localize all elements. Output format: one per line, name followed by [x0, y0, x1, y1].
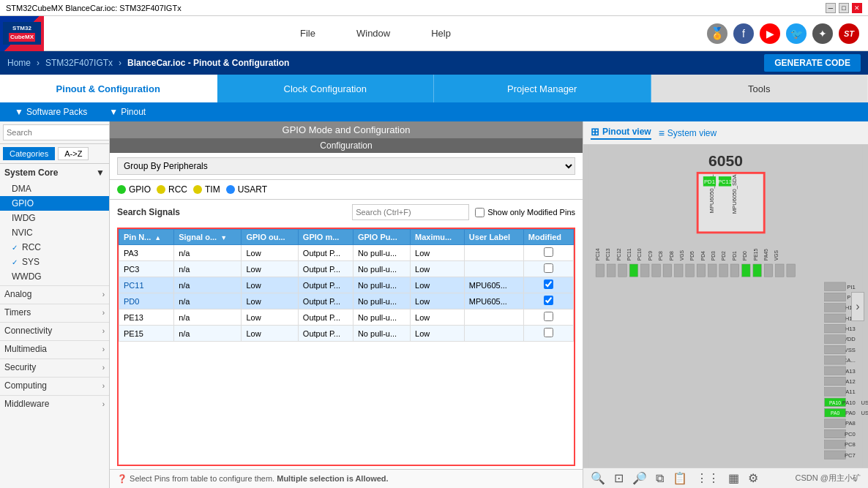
table-cell-modified[interactable]: [523, 245, 573, 261]
twitter-icon[interactable]: 🐦: [786, 23, 807, 44]
tab-pinout[interactable]: Pinout & Configuration: [0, 75, 217, 102]
modified-checkbox[interactable]: [544, 247, 553, 257]
gpio-tab-tim[interactable]: TIM: [193, 184, 220, 195]
sidebar-item-gpio[interactable]: GPIO: [0, 196, 109, 211]
sidebar-item-iwdg[interactable]: IWDG: [0, 211, 109, 225]
col-gpio-pu[interactable]: GPIO Pu...: [353, 230, 410, 245]
table-cell-5: Low: [411, 245, 465, 261]
maximize-button[interactable]: □: [839, 3, 849, 13]
table-cell-modified[interactable]: [523, 309, 573, 326]
tab-tools[interactable]: Tools: [651, 75, 869, 102]
svg-text:PD8: PD8: [669, 251, 674, 260]
svg-rect-75: [825, 451, 846, 459]
table-cell-2: Low: [242, 261, 298, 277]
grid-icon[interactable]: ▦: [728, 471, 739, 485]
tab-clock[interactable]: Clock Configuration: [217, 75, 435, 102]
zoom-out-icon[interactable]: 🔎: [632, 471, 647, 485]
modified-checkbox[interactable]: [544, 263, 553, 273]
facebook-icon[interactable]: f: [733, 23, 754, 44]
sidebar-item-dma[interactable]: DMA: [0, 181, 109, 196]
svg-rect-34: [742, 264, 751, 277]
paste-icon[interactable]: 📋: [673, 471, 687, 485]
group-by-select[interactable]: Group By Peripherals Group By Pin Name: [117, 157, 575, 175]
sidebar-item-rcc[interactable]: RCC: [0, 240, 109, 255]
table-cell-modified[interactable]: [523, 293, 573, 309]
sidebar-category-middleware[interactable]: Middleware ›: [0, 395, 109, 412]
col-user-label[interactable]: User Label: [464, 230, 523, 245]
menu-file[interactable]: File: [294, 25, 321, 42]
sidebar-item-wwdg[interactable]: WWDG: [0, 269, 109, 284]
minimize-button[interactable]: ─: [826, 3, 836, 13]
zoom-in-icon[interactable]: 🔍: [591, 471, 605, 485]
menu-help[interactable]: Help: [425, 25, 457, 42]
col-modified[interactable]: Modified: [523, 230, 573, 245]
table-row[interactable]: PE13n/aLowOutput P...No pull-u...Low: [119, 309, 574, 326]
gpio-tab-rcc[interactable]: RCC: [157, 184, 187, 195]
gpio-tab-gpio[interactable]: GPIO: [117, 184, 151, 195]
modified-checkbox[interactable]: [544, 328, 553, 337]
breadcrumb-device[interactable]: STM32F407IGTx: [45, 58, 113, 68]
table-row[interactable]: PD0n/aLowOutput P...No pull-u...LowMPU60…: [119, 293, 574, 309]
search-input[interactable]: [3, 124, 110, 140]
generate-code-button[interactable]: GENERATE CODE: [764, 54, 861, 72]
breadcrumb-home[interactable]: Home: [7, 58, 31, 68]
tab-az[interactable]: A->Z: [58, 147, 89, 160]
titlebar-title: STM32CubeMX BlanceCar.ioc: STM32F407IGTx: [6, 4, 182, 12]
table-cell-6: [464, 261, 523, 277]
sidebar-category-connectivity[interactable]: Connectivity ›: [0, 322, 109, 339]
col-gpio-mode[interactable]: GPIO m...: [298, 230, 353, 245]
sidebar-category-security[interactable]: Security ›: [0, 359, 109, 375]
gpio-tab-usart[interactable]: USART: [226, 184, 267, 195]
network-icon[interactable]: ✦: [812, 23, 833, 44]
copy-icon[interactable]: ⧉: [656, 472, 664, 485]
settings-icon[interactable]: ⚙: [748, 471, 758, 485]
submenu-pinout[interactable]: ▼ Pinout: [109, 107, 146, 117]
table-cell-modified[interactable]: [523, 277, 573, 293]
nav-arrow-button[interactable]: ›: [851, 292, 864, 321]
svg-text:USART1_TX: USART1_TX: [861, 410, 868, 416]
sidebar-category-timers[interactable]: Timers ›: [0, 304, 109, 320]
col-max[interactable]: Maximu...: [411, 230, 465, 245]
show-modified-checkbox[interactable]: [475, 208, 484, 217]
svg-text:PC11: PC11: [626, 248, 632, 260]
table-row[interactable]: PC3n/aLowOutput P...No pull-u...Low: [119, 261, 574, 277]
svg-rect-69: [825, 419, 846, 428]
sidebar-category-analog[interactable]: Analog ›: [0, 285, 109, 302]
sidebar-item-nvic[interactable]: NVIC: [0, 225, 109, 240]
col-gpio-output[interactable]: GPIO ou...: [242, 230, 298, 245]
sidebar-item-sys[interactable]: SYS: [0, 255, 109, 269]
modified-checkbox[interactable]: [544, 279, 553, 289]
svg-text:PI1: PI1: [847, 284, 856, 290]
svg-rect-24: [629, 264, 638, 277]
split-icon[interactable]: ⋮⋮: [696, 471, 719, 485]
close-button[interactable]: ✕: [852, 3, 862, 13]
submenu-software-packs[interactable]: ▼ Software Packs: [15, 107, 87, 117]
svg-rect-37: [776, 264, 785, 277]
social-icons: 🏅 f ▶ 🐦 ✦ ST: [707, 23, 868, 44]
modified-checkbox[interactable]: [544, 312, 553, 321]
table-row[interactable]: PE15n/aLowOutput P...No pull-u...Low: [119, 326, 574, 342]
svg-text:PC12: PC12: [616, 248, 621, 260]
sidebar-section-system-core[interactable]: System Core ▼: [0, 164, 109, 181]
table-cell-modified[interactable]: [523, 326, 573, 342]
sidebar-category-computing[interactable]: Computing ›: [0, 377, 109, 394]
signals-search-input[interactable]: [352, 204, 469, 220]
table-cell-modified[interactable]: [523, 261, 573, 277]
frame-icon[interactable]: ⊡: [614, 471, 624, 485]
svg-rect-29: [686, 264, 695, 277]
table-row[interactable]: PA3n/aLowOutput P...No pull-u...Low: [119, 245, 574, 261]
mpu6050-sda-label: MPU6050_SDA: [731, 173, 738, 214]
svg-text:PD1: PD1: [704, 179, 715, 185]
arrow-right-icon: ›: [102, 290, 105, 299]
menu-window[interactable]: Window: [351, 25, 396, 42]
tab-categories[interactable]: Categories: [3, 147, 55, 160]
modified-checkbox[interactable]: [544, 296, 553, 305]
tab-project[interactable]: Project Manager: [434, 75, 651, 102]
youtube-icon[interactable]: ▶: [760, 23, 780, 44]
table-row[interactable]: PC11n/aLowOutput P...No pull-u...LowMPU6…: [119, 277, 574, 293]
view-tab-pinout[interactable]: ⊞ Pinout view: [591, 126, 651, 140]
sidebar-category-multimedia[interactable]: Multimedia ›: [0, 340, 109, 357]
col-pin-name[interactable]: Pin N... ▲: [119, 230, 174, 245]
view-tab-system[interactable]: ≡ System view: [659, 127, 717, 139]
col-signal[interactable]: Signal o... ▼: [174, 230, 242, 245]
